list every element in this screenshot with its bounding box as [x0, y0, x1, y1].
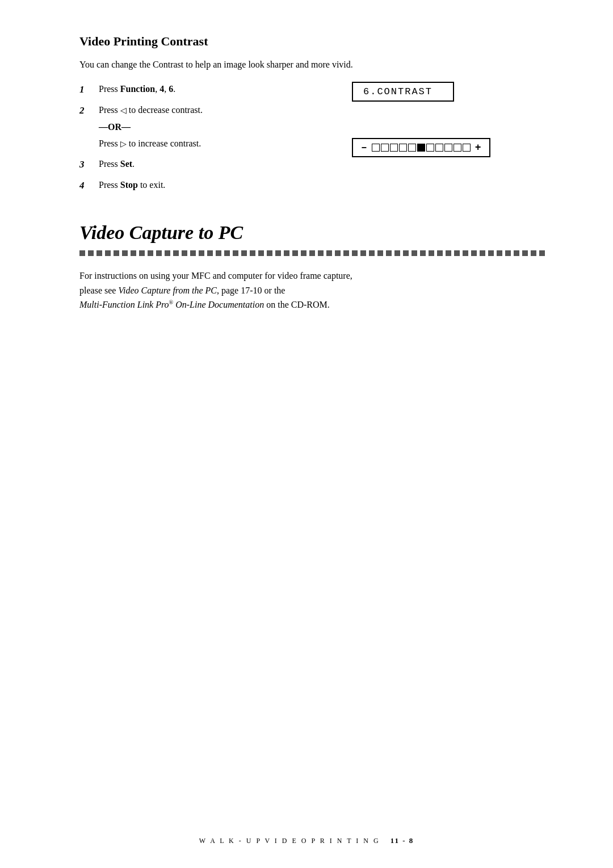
dot-22 — [258, 250, 264, 256]
dot-9 — [148, 250, 153, 256]
contrast-cell-3 — [390, 144, 398, 152]
dot-7 — [131, 250, 136, 256]
step-number-2: 2 — [79, 103, 95, 118]
dot-48 — [480, 250, 485, 256]
dot-16 — [207, 250, 213, 256]
section-title: Video Printing Contrast — [79, 34, 545, 49]
footer-pagenum: 11 - 8 — [391, 836, 414, 845]
dot-21 — [250, 250, 255, 256]
dot-8 — [139, 250, 145, 256]
dot-41 — [420, 250, 426, 256]
dot-3 — [96, 250, 102, 256]
dot-34 — [360, 250, 366, 256]
dot-26 — [292, 250, 298, 256]
step-3: 3 Press Set. — [79, 157, 352, 172]
dot-39 — [403, 250, 409, 256]
dot-45 — [454, 250, 460, 256]
dot-25 — [284, 250, 289, 256]
contrast-cell-4 — [399, 144, 407, 152]
contrast-cell-6 — [417, 144, 425, 152]
dot-18 — [224, 250, 230, 256]
dot-35 — [369, 250, 375, 256]
lcd-display: 6.CONTRAST — [352, 82, 454, 102]
step1-bold3: 6 — [169, 84, 173, 94]
page-footer: W A L K - U P V I D E O P R I N T I N G … — [0, 836, 613, 845]
dot-28 — [309, 250, 315, 256]
dot-37 — [386, 250, 392, 256]
step-content-1: Press Function, 4, 6. — [99, 82, 352, 97]
dot-19 — [233, 250, 238, 256]
intro-text: You can change the Contrast to help an i… — [79, 58, 545, 72]
dot-29 — [318, 250, 324, 256]
step-or: —OR— — [99, 120, 352, 135]
step1-bold: Function — [120, 84, 155, 94]
step-2: 2 Press to decrease contrast. —OR— Press… — [79, 103, 352, 151]
dot-50 — [497, 250, 502, 256]
step3-bold: Set — [120, 159, 132, 169]
capture-body: For instructions on using your MFC and c… — [79, 269, 499, 312]
dot-20 — [241, 250, 247, 256]
step4-bold: Stop — [120, 180, 138, 190]
dot-51 — [505, 250, 511, 256]
arrow-right-icon — [120, 139, 127, 148]
dot-55 — [539, 250, 545, 256]
arrow-left-icon — [120, 105, 127, 115]
step-number-4: 4 — [79, 178, 95, 193]
dot-17 — [216, 250, 221, 256]
steps-right: 6.CONTRAST – — [352, 82, 545, 199]
footer-title: W A L K - U P V I D E O P R I N T I N G — [199, 837, 380, 845]
dot-49 — [488, 250, 494, 256]
dot-14 — [190, 250, 196, 256]
contrast-cell-5 — [408, 144, 416, 152]
dot-44 — [446, 250, 451, 256]
dot-33 — [352, 250, 358, 256]
contrast-cells — [372, 144, 471, 152]
capture-body-line1: For instructions on using your MFC and c… — [79, 271, 352, 280]
dot-23 — [267, 250, 272, 256]
contrast-cell-1 — [372, 144, 380, 152]
dot-32 — [343, 250, 349, 256]
dot-6 — [122, 250, 128, 256]
dot-53 — [522, 250, 528, 256]
step-1: 1 Press Function, 4, 6. — [79, 82, 352, 97]
dot-11 — [165, 250, 170, 256]
dot-31 — [335, 250, 341, 256]
capture-title: Video Capture to PC — [79, 221, 545, 245]
step-number-3: 3 — [79, 157, 95, 172]
contrast-cell-2 — [381, 144, 389, 152]
page: Video Printing Contrast You can change t… — [0, 0, 613, 868]
step1-bold2: 4 — [159, 84, 164, 94]
dot-1 — [79, 250, 85, 256]
dot-2 — [88, 250, 94, 256]
contrast-bar: – + — [352, 138, 490, 157]
dot-30 — [326, 250, 332, 256]
dot-43 — [437, 250, 443, 256]
contrast-cell-11 — [463, 144, 471, 152]
contrast-cell-7 — [426, 144, 434, 152]
dot-38 — [394, 250, 400, 256]
step-content-3: Press Set. — [99, 157, 352, 171]
capture-body-line2: please see — [79, 286, 118, 295]
dot-42 — [429, 250, 434, 256]
dot-27 — [301, 250, 306, 256]
section-contrast: Video Printing Contrast You can change t… — [79, 34, 545, 199]
contrast-plus: + — [475, 142, 481, 153]
dotted-divider — [79, 250, 545, 256]
step-content-2: Press to decrease contrast. —OR— Press t… — [99, 103, 352, 151]
dot-10 — [156, 250, 162, 256]
dot-4 — [105, 250, 111, 256]
section-capture: Video Capture to PC — [79, 221, 545, 312]
step-content-4: Press Stop to exit. — [99, 178, 352, 192]
dot-5 — [114, 250, 119, 256]
steps-layout: 1 Press Function, 4, 6. 2 Press to decre… — [79, 82, 545, 199]
dot-36 — [377, 250, 383, 256]
contrast-cell-10 — [454, 144, 461, 152]
dot-46 — [463, 250, 468, 256]
dot-12 — [173, 250, 179, 256]
contrast-minus: – — [361, 142, 367, 153]
capture-body-italic2: Multi-Function Link Pro — [79, 300, 169, 309]
capture-body-line4: on the CD-ROM. — [264, 300, 330, 309]
capture-body-line3: , page 17-10 or the — [217, 286, 285, 295]
contrast-cell-8 — [435, 144, 443, 152]
dot-54 — [531, 250, 536, 256]
